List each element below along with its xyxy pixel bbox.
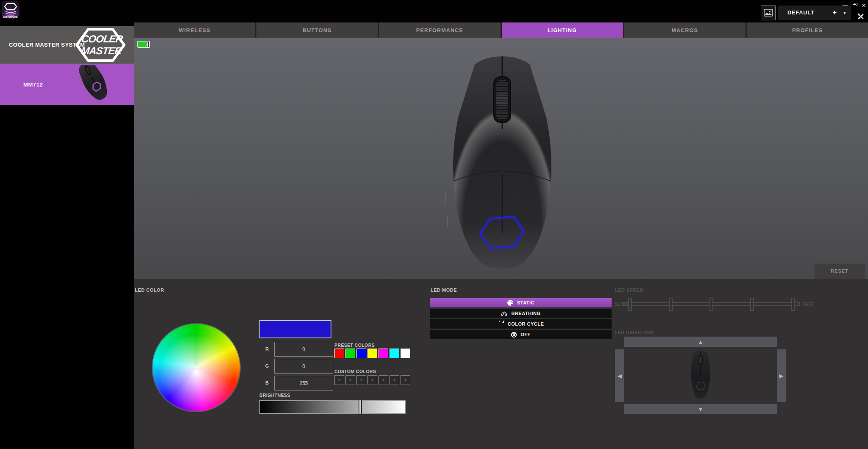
channel-r-input[interactable]	[274, 342, 333, 357]
battery-nub	[147, 42, 148, 47]
led-speed-title: LED SPEED	[615, 287, 643, 293]
channel-g-label: G	[262, 363, 272, 368]
tab-buttons[interactable]: BUTTONS	[256, 22, 378, 38]
direction-down-button[interactable]: ▼	[624, 404, 777, 414]
fast-label: FAST	[802, 301, 814, 307]
arrow-down-icon: ▼	[698, 406, 704, 413]
reset-button[interactable]: RESET	[815, 264, 865, 278]
tools-icon[interactable]	[857, 13, 865, 20]
profile-widget: DEFAULT + ▼	[761, 5, 851, 20]
palette-icon	[507, 299, 514, 306]
color-wheel[interactable]	[152, 323, 241, 412]
masterplus-app-icon[interactable]: MASTERPLUS+	[2, 1, 19, 19]
preset-colors-title: PRESET COLORS	[334, 343, 375, 348]
led-mode-title: LED MODE	[431, 287, 457, 293]
sidebar-system-header: COOLER MASTER SYSTEM COOLER MASTER	[0, 26, 134, 64]
custom-color-slot[interactable]: +	[367, 375, 377, 385]
preset-swatch-blue[interactable]	[356, 349, 366, 358]
masterplus-window: MASTERPLUS+ DEFAULT + ▼ — ✕	[0, 0, 868, 449]
tab-wireless[interactable]: WIRELESS	[134, 22, 255, 38]
preset-swatch-yellow[interactable]	[367, 349, 377, 358]
direction-left-button[interactable]: ◀	[615, 349, 624, 402]
tab-lighting[interactable]: LIGHTING	[502, 22, 623, 38]
chevron-down-icon[interactable]: ▼	[843, 11, 847, 15]
led-color-section: LED COLOR R G B PRESET COLORS CUSTOM COL…	[134, 279, 428, 449]
speed-tick[interactable]	[791, 298, 795, 311]
channel-r-label: R	[262, 346, 272, 351]
arrow-up-icon: ▲	[698, 339, 704, 345]
sidebar-device-mm712[interactable]: MM712	[0, 64, 134, 105]
custom-colors-title: CUSTOM COLORS	[334, 369, 376, 374]
brightness-slider[interactable]	[259, 400, 406, 414]
logo-line2: MASTER	[81, 45, 123, 56]
tab-performance[interactable]: PERFORMANCE	[379, 22, 500, 38]
tab-profiles[interactable]: PROFILES	[747, 22, 868, 38]
restore-button[interactable]	[851, 2, 858, 9]
mode-color-cycle[interactable]: COLOR CYCLE	[430, 319, 612, 329]
mode-off[interactable]: OFF	[430, 330, 612, 339]
device-name: MM712	[23, 81, 43, 88]
picture-icon	[764, 9, 773, 17]
tab-macros[interactable]: MACROS	[624, 22, 746, 38]
custom-color-slot[interactable]: +	[356, 375, 366, 385]
lighting-panel: LED COLOR R G B PRESET COLORS CUSTOM COL…	[134, 279, 868, 449]
preset-swatch-red[interactable]	[334, 349, 344, 358]
preset-swatch-white[interactable]	[401, 349, 410, 358]
brightness-handle[interactable]	[359, 399, 362, 415]
logo-line1: COOLER	[81, 33, 124, 45]
preset-swatch-magenta[interactable]	[378, 349, 388, 358]
device-preview-area: RESET	[134, 38, 868, 279]
direction-up-button[interactable]: ▲	[624, 337, 777, 347]
power-icon	[511, 332, 517, 338]
led-color-title: LED COLOR	[135, 287, 164, 293]
speed-tick[interactable]	[750, 298, 754, 311]
add-profile-icon[interactable]: +	[832, 8, 837, 17]
direction-right-button[interactable]: ▶	[777, 349, 786, 402]
lungs-icon	[501, 310, 508, 317]
battery-level	[138, 42, 147, 47]
color-preview	[259, 320, 331, 338]
channel-b-label: B	[262, 380, 272, 385]
title-bar: MASTERPLUS+ DEFAULT + ▼ — ✕	[0, 0, 868, 22]
profile-name: DEFAULT	[787, 10, 832, 16]
close-button[interactable]: ✕	[860, 2, 867, 9]
mode-breathing[interactable]: BREATHING	[430, 309, 612, 318]
speed-tick[interactable]	[628, 298, 632, 311]
custom-color-slot[interactable]: +	[345, 375, 355, 385]
mode-static[interactable]: STATIC	[430, 298, 612, 307]
minimize-button[interactable]: —	[842, 2, 849, 9]
arrow-right-icon: ▶	[779, 373, 784, 379]
preset-colors-row	[334, 349, 410, 358]
led-speed-direction-section: LED SPEED SLOW FAST LED DIRECTION ▲ ◀	[613, 279, 868, 449]
speed-tick[interactable]	[669, 298, 673, 311]
app-icon-label: MASTERPLUS+	[3, 16, 19, 18]
direction-mouse-preview	[624, 349, 777, 402]
custom-color-slot[interactable]: +	[378, 375, 388, 385]
tab-bar: WIRELESS BUTTONS PERFORMANCE LIGHTING MA…	[134, 22, 868, 38]
custom-colors-row: + + + + + + +	[334, 375, 410, 385]
system-label: COOLER MASTER SYSTEM	[9, 42, 85, 48]
mouse-image	[441, 53, 564, 273]
cooler-master-logo: COOLER MASTER	[75, 27, 126, 64]
preset-swatch-cyan[interactable]	[389, 349, 399, 358]
speed-tick[interactable]	[709, 298, 713, 311]
led-speed-slider[interactable]	[623, 302, 800, 306]
device-mouse-thumbnail	[68, 65, 123, 105]
channel-b-input[interactable]	[274, 376, 333, 390]
channel-g-input[interactable]	[274, 359, 333, 374]
arrow-left-icon: ◀	[618, 373, 622, 379]
cycle-icon	[498, 321, 504, 327]
led-direction-control: ▲ ◀	[615, 337, 786, 414]
custom-color-slot[interactable]: +	[389, 375, 399, 385]
led-direction-title: LED DIRECTION	[615, 330, 654, 335]
profile-image-button[interactable]	[761, 6, 776, 20]
preset-swatch-green[interactable]	[345, 349, 355, 358]
brightness-label: BRIGHTNESS	[259, 393, 290, 398]
custom-color-slot[interactable]: +	[401, 375, 410, 385]
led-mode-section: LED MODE STATIC BREATHING	[428, 279, 613, 449]
profile-select[interactable]: DEFAULT + ▼	[778, 6, 851, 20]
custom-color-slot[interactable]: +	[334, 375, 344, 385]
